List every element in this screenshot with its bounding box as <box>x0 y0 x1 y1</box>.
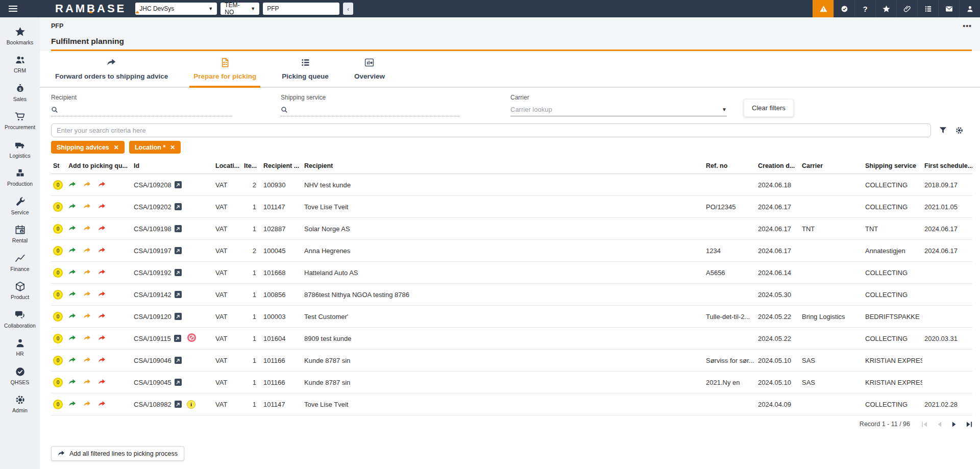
shipping-advice-id[interactable]: CSA/109202 <box>134 203 172 211</box>
add-to-queue-green-arrow-icon[interactable] <box>68 312 77 320</box>
open-record-icon[interactable] <box>175 269 182 276</box>
sidebar-item-production[interactable]: Production <box>0 163 40 192</box>
add-to-queue-orange-arrow-icon[interactable] <box>83 400 91 408</box>
table-row[interactable]: 0 CSA/109198 i VAT 1 102887 Sol <box>51 218 972 240</box>
table-row[interactable]: 0 CSA/109120 i VAT 1 100003 Tes <box>51 306 972 328</box>
shipping-advice-id[interactable]: CSA/109120 <box>134 313 172 320</box>
shipping-service-filter-input[interactable] <box>291 106 459 113</box>
company-select[interactable]: TEM-NO▼ <box>220 3 259 15</box>
table-row[interactable]: 0 CSA/109142 i VAT 1 100856 878 <box>51 284 972 306</box>
shipping-advice-id[interactable]: CSA/109045 <box>134 379 172 386</box>
clear-filters-button[interactable]: Clear filters <box>744 99 794 117</box>
add-to-queue-orange-arrow-icon[interactable] <box>83 334 91 342</box>
add-to-queue-orange-arrow-icon[interactable] <box>83 225 91 233</box>
shipping-advice-id[interactable]: CSA/108982 <box>134 401 172 408</box>
sidebar-item-admin[interactable]: Admin <box>0 390 40 418</box>
sidebar-item-collaboration[interactable]: Collaboration <box>0 305 40 333</box>
table-row[interactable]: 0 CSA/109046 i VAT 1 101166 Kun <box>51 350 972 372</box>
help-icon[interactable]: ? <box>854 0 875 17</box>
table-row[interactable]: 0 CSA/109197 i VAT 2 100045 Ann <box>51 240 972 262</box>
sidebar-item-logistics[interactable]: Logistics <box>0 135 40 163</box>
settings-gear-icon[interactable] <box>955 126 964 135</box>
add-to-queue-orange-arrow-icon[interactable] <box>83 356 91 364</box>
filter-funnel-icon[interactable] <box>939 126 947 135</box>
sidebar-item-bookmarks[interactable]: Bookmarks <box>0 21 40 50</box>
add-to-queue-red-arrow-icon[interactable] <box>98 334 106 342</box>
sidebar-item-service[interactable]: Service <box>0 191 40 220</box>
add-all-to-picking-button[interactable]: Add all filtered lines to picking proces… <box>51 446 184 461</box>
shipping-advice-id[interactable]: CSA/109192 <box>134 269 172 277</box>
tab-forward-orders[interactable]: Forward orders to shipping advice <box>51 57 172 87</box>
add-to-queue-green-arrow-icon[interactable] <box>68 268 77 277</box>
shipping-advice-id[interactable]: CSA/109198 <box>134 225 172 233</box>
table-row[interactable]: 0 CSA/109192 i VAT 1 101668 Hat <box>51 262 972 284</box>
add-to-queue-orange-arrow-icon[interactable] <box>83 203 91 211</box>
messages-mail-icon[interactable] <box>938 0 959 17</box>
favorites-star-icon[interactable] <box>875 0 896 17</box>
sidebar-item-sales[interactable]: $ Sales <box>0 78 40 107</box>
program-input[interactable] <box>263 3 339 15</box>
recipient-filter-input[interactable] <box>62 106 232 113</box>
add-to-queue-orange-arrow-icon[interactable] <box>83 312 91 320</box>
open-record-icon[interactable] <box>175 291 182 298</box>
open-record-icon[interactable] <box>175 181 182 188</box>
add-to-queue-orange-arrow-icon[interactable] <box>83 378 91 386</box>
open-record-icon[interactable] <box>174 335 181 342</box>
sidebar-item-finance[interactable]: Finance <box>0 248 40 277</box>
shipping-advice-id[interactable]: CSA/109208 <box>134 181 172 189</box>
add-to-queue-orange-arrow-icon[interactable] <box>83 290 91 299</box>
add-to-queue-red-arrow-icon[interactable] <box>98 225 106 233</box>
prev-page-button[interactable] <box>936 421 943 428</box>
table-row[interactable]: 0 CSA/109115 i VAT 1 101604 890 <box>51 328 972 350</box>
add-to-queue-green-arrow-icon[interactable] <box>68 356 77 364</box>
sidebar-item-hr[interactable]: HR <box>0 333 40 362</box>
add-to-queue-orange-arrow-icon[interactable] <box>83 268 91 277</box>
tab-prepare-for-picking[interactable]: Prepare for picking <box>189 57 260 87</box>
sidebar-item-product[interactable]: Product <box>0 277 40 305</box>
add-to-queue-green-arrow-icon[interactable] <box>68 225 77 233</box>
open-record-icon[interactable] <box>175 203 182 210</box>
open-record-icon[interactable] <box>175 247 182 254</box>
sidebar-item-crm[interactable]: CRM <box>0 50 40 79</box>
search-input[interactable] <box>51 124 931 137</box>
add-to-queue-orange-arrow-icon[interactable] <box>83 181 91 189</box>
add-to-queue-green-arrow-icon[interactable] <box>68 378 77 386</box>
add-to-queue-red-arrow-icon[interactable] <box>98 246 106 255</box>
alerts-icon[interactable] <box>813 0 834 17</box>
add-to-queue-red-arrow-icon[interactable] <box>98 268 106 277</box>
more-menu-button[interactable]: ••• <box>963 22 972 30</box>
sidebar-item-qhses[interactable]: QHSES <box>0 361 40 390</box>
open-record-icon[interactable] <box>175 379 182 386</box>
sidebar-item-rental[interactable]: $ Rental <box>0 220 40 249</box>
shipping-advice-id[interactable]: CSA/109197 <box>134 247 172 255</box>
task-list-icon[interactable] <box>917 0 938 17</box>
system-select[interactable]: JHC DevSys▼ <box>135 3 217 15</box>
shipping-advice-id[interactable]: CSA/109115 <box>134 335 171 342</box>
collapse-back-button[interactable]: ‹ <box>343 3 353 15</box>
add-to-queue-green-arrow-icon[interactable] <box>68 181 77 189</box>
add-to-queue-red-arrow-icon[interactable] <box>98 203 106 211</box>
open-record-icon[interactable] <box>175 313 182 320</box>
add-to-queue-red-arrow-icon[interactable] <box>98 312 106 320</box>
add-to-queue-red-arrow-icon[interactable] <box>98 378 106 386</box>
table-row[interactable]: 0 CSA/109208 i VAT 2 100930 NHV <box>51 174 972 196</box>
add-to-queue-red-arrow-icon[interactable] <box>98 290 106 299</box>
add-to-queue-red-arrow-icon[interactable] <box>98 181 106 189</box>
last-page-button[interactable] <box>966 421 972 428</box>
shipping-advice-id[interactable]: CSA/109142 <box>134 291 172 299</box>
shipping-advice-id[interactable]: CSA/109046 <box>134 357 172 364</box>
carrier-lookup-dropdown[interactable]: Carrier lookup ▼ <box>510 103 727 116</box>
next-page-button[interactable] <box>951 421 958 428</box>
add-to-queue-green-arrow-icon[interactable] <box>68 203 77 211</box>
menu-hamburger-icon[interactable] <box>0 0 26 17</box>
add-to-queue-green-arrow-icon[interactable] <box>68 246 77 255</box>
chip-remove-icon[interactable]: ✕ <box>170 144 175 151</box>
open-record-icon[interactable] <box>175 225 182 232</box>
table-row[interactable]: 0 CSA/109045 i VAT 1 101166 Kun <box>51 372 972 393</box>
first-page-button[interactable] <box>921 421 928 428</box>
approved-seal-icon[interactable] <box>834 0 854 17</box>
tab-picking-queue[interactable]: Picking queue <box>278 57 333 87</box>
add-to-queue-orange-arrow-icon[interactable] <box>83 246 91 255</box>
table-row[interactable]: 0 CSA/108982 i VAT 1 101147 Tov <box>51 393 972 415</box>
open-record-icon[interactable] <box>175 401 182 408</box>
